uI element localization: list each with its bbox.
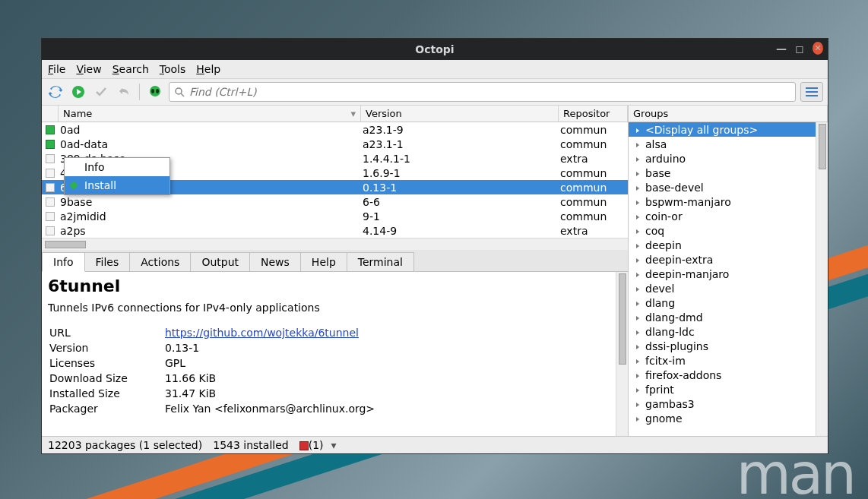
table-row[interactable]: 0ad-dataa23.1-1commun bbox=[42, 137, 628, 151]
package-title: 6tunnel bbox=[48, 276, 622, 295]
ctx-install[interactable]: Install bbox=[65, 176, 169, 194]
group-item[interactable]: alsa bbox=[629, 137, 828, 151]
tab-help[interactable]: Help bbox=[300, 252, 347, 271]
tab-info[interactable]: Info bbox=[42, 252, 85, 272]
horizontal-scrollbar[interactable] bbox=[42, 238, 628, 250]
package-dlsize: 11.66 KiB bbox=[165, 371, 375, 385]
label-url: URL bbox=[49, 326, 163, 340]
package-description: Tunnels IPv6 connections for IPv4-only a… bbox=[48, 302, 622, 314]
check-icon bbox=[95, 86, 107, 98]
group-item[interactable]: deepin bbox=[629, 238, 828, 252]
group-item[interactable]: bspwm-manjaro bbox=[629, 194, 828, 209]
package-version: 0.13-1 bbox=[165, 341, 375, 355]
label-version: Version bbox=[49, 341, 163, 355]
aur-button[interactable] bbox=[146, 83, 164, 101]
titlebar[interactable]: Octopi — ◻ ✕ bbox=[42, 39, 828, 60]
info-pane: 6tunnel Tunnels IPv6 connections for IPv… bbox=[42, 272, 628, 436]
close-button[interactable]: ✕ bbox=[813, 42, 823, 55]
table-row[interactable]: 9base6-6commun bbox=[42, 194, 628, 209]
group-item[interactable]: dlang-ldc bbox=[629, 324, 828, 339]
table-row[interactable]: a2jmidid9-1commun bbox=[42, 209, 628, 223]
groups-scrollbar[interactable] bbox=[816, 122, 828, 436]
label-instsize: Installed Size bbox=[49, 387, 163, 400]
cell-repo: commun bbox=[559, 210, 628, 223]
not-installed-icon bbox=[46, 154, 55, 163]
installed-icon bbox=[46, 125, 55, 134]
cell-name: 0ad bbox=[59, 124, 361, 136]
status-pending[interactable]: (1)▾ bbox=[299, 439, 337, 451]
window-title: Octopi bbox=[415, 43, 454, 55]
group-item[interactable]: coin-or bbox=[629, 209, 828, 223]
minimize-button[interactable]: — bbox=[776, 43, 787, 55]
undo-button[interactable] bbox=[115, 83, 133, 101]
cell-version: 4.14-9 bbox=[361, 225, 559, 237]
apply-button[interactable] bbox=[92, 83, 110, 101]
app-window: Octopi — ◻ ✕ File View Search Tools Help bbox=[41, 38, 828, 454]
group-item[interactable]: devel bbox=[629, 281, 828, 295]
group-item[interactable]: gambas3 bbox=[629, 396, 828, 411]
menu-button[interactable] bbox=[800, 82, 823, 102]
cell-repo: commun bbox=[559, 167, 628, 179]
group-item[interactable]: gnome bbox=[629, 411, 828, 425]
ctx-info[interactable]: Info bbox=[65, 158, 169, 176]
label-dlsize: Download Size bbox=[49, 371, 163, 385]
tab-actions[interactable]: Actions bbox=[129, 252, 191, 271]
undo-icon bbox=[118, 86, 130, 98]
search-input[interactable]: Find (Ctrl+L) bbox=[169, 82, 796, 102]
svg-point-4 bbox=[176, 88, 182, 94]
table-row[interactable]: a2ps4.14-9extra bbox=[42, 223, 628, 238]
group-item[interactable]: coq bbox=[629, 223, 828, 238]
cell-repo: commun bbox=[559, 182, 628, 194]
status-installed: 1543 installed bbox=[213, 439, 288, 451]
tab-output[interactable]: Output bbox=[190, 252, 250, 271]
not-installed-icon bbox=[46, 212, 55, 221]
group-item[interactable]: fprint bbox=[629, 382, 828, 396]
group-item[interactable]: dlang-dmd bbox=[629, 310, 828, 324]
package-instsize: 31.47 KiB bbox=[165, 387, 375, 400]
group-item[interactable]: base bbox=[629, 166, 828, 180]
menu-view[interactable]: View bbox=[76, 63, 101, 75]
group-item[interactable]: dssi-plugins bbox=[629, 339, 828, 353]
col-version[interactable]: Version bbox=[361, 106, 559, 122]
not-installed-icon bbox=[46, 183, 55, 192]
info-scrollbar[interactable] bbox=[616, 272, 628, 436]
not-installed-icon bbox=[46, 226, 55, 235]
cell-name: a2ps bbox=[59, 225, 361, 237]
table-row[interactable]: 0ada23.1-9commun bbox=[42, 122, 628, 137]
search-placeholder: Find (Ctrl+L) bbox=[189, 86, 257, 98]
tab-files[interactable]: Files bbox=[84, 252, 131, 271]
group-item[interactable]: dlang bbox=[629, 295, 828, 310]
maximize-button[interactable]: ◻ bbox=[794, 43, 805, 55]
group-item[interactable]: arduino bbox=[629, 151, 828, 166]
menu-search[interactable]: Search bbox=[112, 63, 149, 75]
group-item[interactable]: deepin-extra bbox=[629, 252, 828, 267]
cell-version: 1.4.4.1-1 bbox=[361, 153, 559, 165]
cell-repo: commun bbox=[559, 124, 628, 136]
groups-header[interactable]: Groups bbox=[629, 106, 828, 122]
tab-news[interactable]: News bbox=[249, 252, 301, 271]
group-item[interactable]: <Display all groups> bbox=[629, 122, 828, 137]
groups-list[interactable]: <Display all groups>alsaarduinobasebase-… bbox=[629, 122, 828, 436]
play-button[interactable] bbox=[69, 83, 87, 101]
group-item[interactable]: base-devel bbox=[629, 180, 828, 194]
cell-version: a23.1-1 bbox=[361, 138, 559, 150]
group-item[interactable]: deepin-manjaro bbox=[629, 267, 828, 281]
status-packages: 12203 packages (1 selected) bbox=[48, 439, 202, 451]
menu-help[interactable]: Help bbox=[196, 63, 220, 75]
cell-repo: commun bbox=[559, 196, 628, 208]
sync-button[interactable] bbox=[46, 83, 65, 101]
not-installed-icon bbox=[46, 197, 55, 207]
search-icon bbox=[174, 87, 185, 97]
group-item[interactable]: firefox-addons bbox=[629, 368, 828, 382]
col-name[interactable]: Name▾ bbox=[59, 106, 361, 122]
menu-tools[interactable]: Tools bbox=[160, 63, 186, 75]
package-url[interactable]: https://github.com/wojtekka/6tunnel bbox=[165, 327, 359, 339]
menu-file[interactable]: File bbox=[48, 63, 65, 75]
menubar: File View Search Tools Help bbox=[42, 60, 828, 79]
col-repo[interactable]: Repositor bbox=[559, 106, 628, 122]
group-item[interactable]: fcitx-im bbox=[629, 353, 828, 368]
installed-icon bbox=[46, 140, 55, 149]
not-installed-icon bbox=[46, 169, 55, 178]
tab-terminal[interactable]: Terminal bbox=[347, 252, 414, 271]
package-packager: Felix Yan <felixonmars@archlinux.org> bbox=[165, 402, 375, 415]
